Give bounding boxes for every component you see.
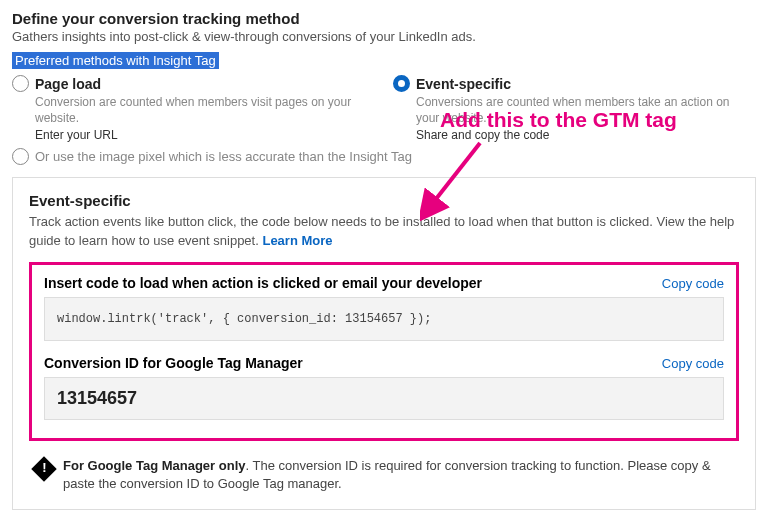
gtm-note: For Google Tag Manager only. The convers… <box>29 457 739 493</box>
page-title: Define your conversion tracking method <box>12 10 756 27</box>
radio-label-imagepixel: Or use the image pixel which is less acc… <box>35 149 412 164</box>
gtm-note-text: For Google Tag Manager only. The convers… <box>63 457 733 493</box>
snippet-label: Insert code to load when action is click… <box>44 275 482 291</box>
panel-desc-text: Track action events like button click, t… <box>29 214 734 247</box>
method-pageload-hint: Enter your URL <box>35 128 375 142</box>
code-section-highlight: Insert code to load when action is click… <box>29 262 739 441</box>
radio-icon <box>12 75 29 92</box>
conversion-id-box[interactable]: 13154657 <box>44 377 724 420</box>
page-subtitle: Gathers insights into post-click & view-… <box>12 29 756 44</box>
warning-icon <box>31 456 56 481</box>
method-pageload: Page load Conversion are counted when me… <box>12 75 375 142</box>
methods-row: Page load Conversion are counted when me… <box>12 75 756 142</box>
radio-label-pageload: Page load <box>35 76 101 92</box>
radio-icon <box>393 75 410 92</box>
gtm-note-bold: For Google Tag Manager only <box>63 458 246 473</box>
conversion-id-label: Conversion ID for Google Tag Manager <box>44 355 303 371</box>
panel-title: Event-specific <box>29 192 739 209</box>
radio-label-eventspecific: Event-specific <box>416 76 511 92</box>
preferred-methods-label: Preferred methods with Insight Tag <box>12 52 219 69</box>
event-specific-panel: Event-specific Track action events like … <box>12 177 756 510</box>
method-eventspecific: Event-specific Conversions are counted w… <box>393 75 756 142</box>
radio-pageload[interactable]: Page load <box>12 75 375 92</box>
panel-desc: Track action events like button click, t… <box>29 213 739 249</box>
radio-imagepixel[interactable]: Or use the image pixel which is less acc… <box>12 148 756 165</box>
method-pageload-desc: Conversion are counted when members visi… <box>35 94 375 126</box>
copy-snippet-button[interactable]: Copy code <box>662 276 724 291</box>
radio-eventspecific[interactable]: Event-specific <box>393 75 756 92</box>
learn-more-link[interactable]: Learn More <box>262 233 332 248</box>
snippet-code-box[interactable]: window.lintrk('track', { conversion_id: … <box>44 297 724 341</box>
radio-icon <box>12 148 29 165</box>
copy-id-button[interactable]: Copy code <box>662 356 724 371</box>
method-eventspecific-desc: Conversions are counted when members tak… <box>416 94 756 126</box>
method-eventspecific-hint: Share and copy the code <box>416 128 756 142</box>
